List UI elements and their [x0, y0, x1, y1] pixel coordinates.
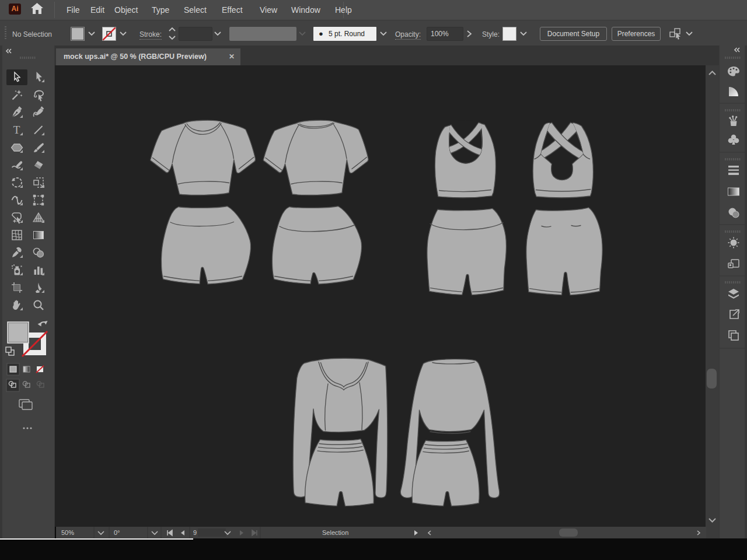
svg-text:T: T: [13, 124, 20, 136]
svg-text:0°: 0°: [114, 529, 120, 536]
svg-text:9: 9: [193, 529, 197, 536]
svg-text:50%: 50%: [61, 529, 74, 536]
svg-text:Selection: Selection: [322, 529, 348, 536]
